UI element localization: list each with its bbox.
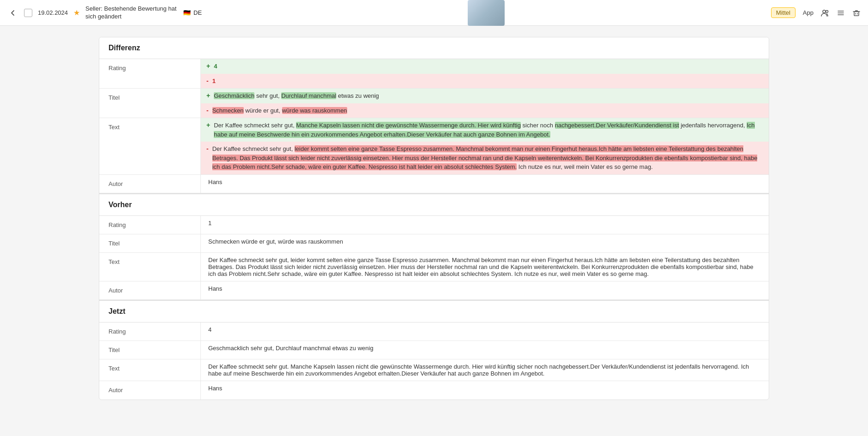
jetzt-titel-value: Geschmacklich sehr gut, Durchlauf manchm… — [201, 341, 769, 359]
titel-plus-text: Geschmäcklich sehr gut, Durchlauf manchm… — [214, 91, 379, 101]
differenz-autor-value: Hans — [201, 175, 769, 193]
flag-icon: 🇩🇪 — [183, 9, 191, 16]
priority-badge: Mittel — [771, 7, 796, 18]
differenz-rating-value: + 4 - 1 — [201, 59, 769, 88]
app-label: App — [803, 9, 814, 16]
jetzt-text-row: Text Der Kaffee schmeckt sehr gut. Manch… — [99, 359, 769, 381]
select-checkbox[interactable] — [24, 9, 32, 17]
vorher-titel-row: Titel Schmecken würde er gut, würde was … — [99, 234, 769, 253]
differenz-rating-label: Rating — [99, 59, 201, 88]
jetzt-rating-row: Rating 4 — [99, 323, 769, 341]
differenz-titel-row: Titel + Geschmäcklich sehr gut, Durchlau… — [99, 89, 769, 118]
differenz-titel-value: + Geschmäcklich sehr gut, Durchlauf manc… — [201, 89, 769, 118]
differenz-rating-row: Rating + 4 - 1 — [99, 59, 769, 89]
jetzt-text-value: Der Kaffee schmeckt sehr gut. Manche Kap… — [201, 359, 769, 381]
jetzt-titel-label: Titel — [99, 341, 201, 359]
rating-plus-row: + 4 — [201, 59, 769, 74]
vorher-rating-row: Rating 1 — [99, 216, 769, 234]
titel-minus-row: - Schmecken würde er gut, würde was raus… — [201, 103, 769, 118]
svg-point-0 — [823, 10, 826, 13]
language-code: DE — [193, 9, 202, 16]
text-minus-row: - Der Kaffee schmeckt sehr gut, leider k… — [201, 142, 769, 174]
jetzt-section-header: Jetzt — [99, 300, 769, 323]
jetzt-text-label: Text — [99, 359, 201, 381]
notification-text: Seller: Bestehende Bewertung hat sich ge… — [85, 5, 178, 21]
svg-point-1 — [826, 10, 828, 12]
product-image — [468, 0, 505, 26]
list-icon[interactable] — [837, 9, 845, 17]
vorher-text-value: Der Kaffee schmeckt sehr gut, leider kom… — [201, 253, 769, 281]
vorher-autor-label: Autor — [99, 281, 201, 299]
top-bar: 19.02.2024 ★ Seller: Bestehende Bewertun… — [0, 0, 868, 26]
vorher-rating-value: 1 — [201, 216, 769, 234]
trash-icon[interactable] — [852, 9, 861, 17]
differenz-text-label: Text — [99, 118, 201, 174]
differenz-section-header: Differenz — [99, 37, 769, 59]
jetzt-autor-label: Autor — [99, 381, 201, 400]
jetzt-autor-value: Hans — [201, 381, 769, 400]
vorher-autor-row: Autor Hans — [99, 281, 769, 300]
vorher-titel-value: Schmecken würde er gut, würde was rausko… — [201, 234, 769, 252]
vorher-rating-label: Rating — [99, 216, 201, 234]
differenz-text-row: Text + Der Kaffee schmeckt sehr gut, Man… — [99, 118, 769, 175]
rating-minus-row: - 1 — [201, 74, 769, 89]
jetzt-rating-value: 4 — [201, 323, 769, 340]
differenz-titel-label: Titel — [99, 89, 201, 118]
all-sections: Differenz Rating + 4 - 1 Titel + Ge — [99, 37, 769, 400]
jetzt-rating-label: Rating — [99, 323, 201, 340]
jetzt-titel-row: Titel Geschmacklich sehr gut, Durchlauf … — [99, 341, 769, 359]
rating-plus-value: 4 — [214, 62, 217, 71]
titel-minus-text: Schmecken würde er gut, würde was rausko… — [212, 106, 347, 115]
differenz-autor-label: Autor — [99, 175, 201, 193]
differenz-autor-row: Autor Hans — [99, 175, 769, 193]
vorher-section-header: Vorher — [99, 193, 769, 216]
star-icon: ★ — [73, 8, 80, 17]
back-button[interactable] — [7, 7, 18, 18]
vorher-titel-label: Titel — [99, 234, 201, 252]
text-plus-row: + Der Kaffee schmeckt sehr gut, Manche K… — [201, 118, 769, 142]
vorher-text-row: Text Der Kaffee schmeckt sehr gut, leide… — [99, 253, 769, 281]
differenz-text-value: + Der Kaffee schmeckt sehr gut, Manche K… — [201, 118, 769, 174]
main-content: Differenz Rating + 4 - 1 Titel + Ge — [88, 37, 780, 400]
language-flag: 🇩🇪 DE — [183, 9, 202, 16]
rating-minus-value: 1 — [212, 77, 216, 86]
users-icon[interactable] — [821, 9, 829, 17]
vorher-text-label: Text — [99, 253, 201, 281]
text-minus-content: Der Kaffee schmeckt sehr gut, leider kom… — [212, 144, 763, 172]
vorher-autor-value: Hans — [201, 281, 769, 299]
text-plus-content: Der Kaffee schmeckt sehr gut, Manche Kap… — [214, 121, 763, 139]
titel-plus-row: + Geschmäcklich sehr gut, Durchlauf manc… — [201, 89, 769, 103]
date-label: 19.02.2024 — [38, 9, 68, 16]
jetzt-autor-row: Autor Hans — [99, 381, 769, 400]
svg-rect-5 — [854, 12, 859, 16]
